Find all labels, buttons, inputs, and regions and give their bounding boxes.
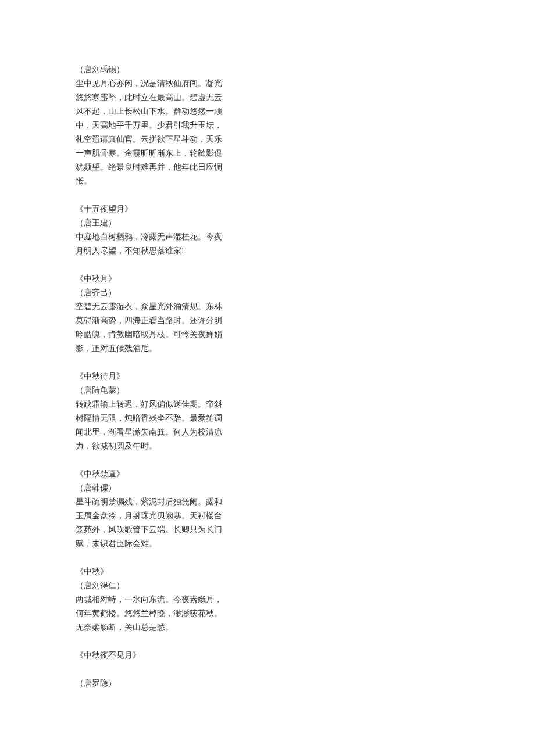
poem-block: 《中秋夜不见月》 （唐罗隐）: [76, 648, 535, 690]
poem-author: （唐陆龟蒙）: [76, 384, 535, 397]
poem-body-line: 悠悠寒露坠，此时立在最高山。碧虚无云: [76, 91, 535, 105]
poem-body-line: 礼空遥请真仙官。云拼欲下星斗动，天乐: [76, 132, 535, 146]
page-content: （唐刘禹锡） 尘中见月心亦闲，况是清秋仙府间。凝光 悠悠寒露坠，此时立在最高山。…: [0, 0, 535, 756]
poem-title: 《中秋禁直》: [76, 467, 535, 481]
poem-body-line: 星斗疏明禁漏残，紫泥封后独凭阑。露和: [76, 495, 535, 509]
poem-body-line: 两城相对峙，一水向东流。今夜素娥月，: [76, 593, 535, 607]
poem-block: （唐刘禹锡） 尘中见月心亦闲，况是清秋仙府间。凝光 悠悠寒露坠，此时立在最高山。…: [76, 63, 535, 188]
poem-block: 《十五夜望月》 （唐王建） 中庭地白树栖鸦，冷露无声湿桂花。今夜 月明人尽望，不…: [76, 202, 535, 258]
poem-title: 《中秋》: [76, 565, 535, 579]
poem-body-line: 风不起，山上长松山下水。群动悠然一顾: [76, 105, 535, 119]
blank-line: [76, 662, 535, 676]
poem-body-line: 犹频望。绝景良时难再并，他年此日应惆: [76, 160, 535, 174]
poem-body-line: 尘中见月心亦闲，况是清秋仙府间。凝光: [76, 77, 535, 91]
poem-author: （唐刘禹锡）: [76, 63, 535, 77]
poem-title: 《中秋夜不见月》: [76, 648, 535, 662]
poem-body-line: 力，欲减初圆及午时。: [76, 439, 535, 453]
poem-author: （唐王建）: [76, 216, 535, 230]
poem-title: 《十五夜望月》: [76, 202, 535, 216]
poem-author: （唐齐己）: [76, 286, 535, 300]
poem-block: 《中秋禁直》 （唐韩偓） 星斗疏明禁漏残，紫泥封后独凭阑。露和 玉屑金盘冷，月射…: [76, 467, 535, 551]
poem-body-line: 一声肌骨寒。金霞昕昕渐东上，轮欹影促: [76, 146, 535, 160]
poem-block: 《中秋》 （唐刘得仁） 两城相对峙，一水向东流。今夜素娥月， 何年黄鹤楼。悠悠兰…: [76, 565, 535, 635]
poem-author: （唐刘得仁）: [76, 579, 535, 593]
poem-body-line: 转缺霜输上转迟，好风偏似送佳期。帘斜: [76, 397, 535, 411]
poem-body-line: 玉屑金盘冷，月射珠光贝阙寒。天衬楼台: [76, 509, 535, 523]
poem-body-line: 赋，未识君臣际会难。: [76, 537, 535, 551]
poem-author: （唐韩偓）: [76, 481, 535, 495]
poem-title: 《中秋待月》: [76, 370, 535, 384]
poem-body-line: 笼苑外，风吹歌管下云端。长卿只为长门: [76, 523, 535, 537]
poem-body-line: 影，正对五候残酒卮。: [76, 342, 535, 356]
poem-body-line: 怅。: [76, 174, 535, 188]
poem-body-line: 无奈柔肠断，关山总是愁。: [76, 621, 535, 635]
poem-body-line: 月明人尽望，不知秋思落谁家!: [76, 244, 535, 258]
poem-body-line: 中庭地白树栖鸦，冷露无声湿桂花。今夜: [76, 230, 535, 244]
poem-body-line: 中，天高地平千万里。少君引我升玉坛，: [76, 119, 535, 132]
poem-body-line: 何年黄鹤楼。悠悠兰棹晚，渺渺荻花秋。: [76, 607, 535, 621]
poem-title: 《中秋月》: [76, 272, 535, 286]
poem-body-line: 树隔情无限，烛暗香残坐不辞。最爱笙调: [76, 411, 535, 425]
poem-body-line: 空碧无云露湿衣，众星光外涌清规。东林: [76, 300, 535, 314]
poem-block: 《中秋待月》 （唐陆龟蒙） 转缺霜输上转迟，好风偏似送佳期。帘斜 树隔情无限，烛…: [76, 370, 535, 453]
poem-body-line: 闻北里，渐看星潆失南箕。何人为校清凉: [76, 425, 535, 439]
poem-body-line: 吟皓魄，肯教幽暗取丹枝。可怜关夜婵娟: [76, 328, 535, 342]
poem-body-line: 莫碍渐高势，四海正看当路时。还许分明: [76, 314, 535, 328]
poem-block: 《中秋月》 （唐齐己） 空碧无云露湿衣，众星光外涌清规。东林 莫碍渐高势，四海正…: [76, 272, 535, 356]
poem-author: （唐罗隐）: [76, 676, 535, 690]
